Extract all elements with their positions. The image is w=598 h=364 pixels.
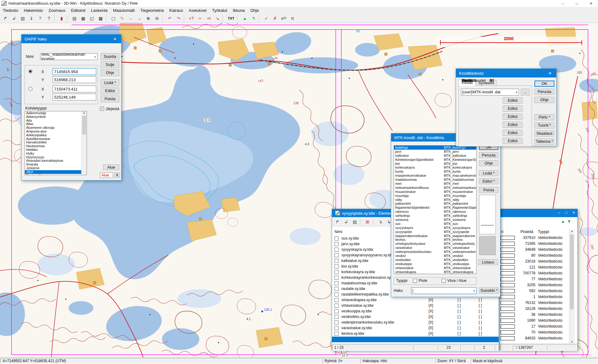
file-checkbox[interactable] — [335, 253, 339, 257]
code-pair-row[interactable]: muuntajaMTK_muuntaja — [394, 194, 476, 198]
maximize-button[interactable]: □ — [570, 0, 584, 7]
copy-element-icon[interactable]: ↴ — [376, 218, 384, 226]
menu-item[interactable]: Laskenta — [88, 7, 110, 14]
code-pair-row[interactable]: syvyyspisteMTK_syvyyspiste — [394, 230, 476, 234]
list-item[interactable]: Jyrkänne — [25, 166, 82, 170]
code-pair-row[interactable]: RajamerkinSijaintitiedotMTK_RajamerkinSi… — [394, 206, 476, 210]
menu-item[interactable]: Työkalut — [209, 7, 230, 14]
minimize-button[interactable]: – — [555, 209, 562, 216]
import-element-icon[interactable]: ▨ — [351, 218, 359, 226]
file-checkbox[interactable] — [335, 326, 339, 330]
file-checkbox[interactable] — [335, 281, 339, 285]
code-pair-row[interactable]: suoMTK_suo — [394, 222, 476, 226]
code-pair-row[interactable]: metsamaankasvillisuusMTK_metsamaankasv — [394, 186, 476, 190]
file-checkbox[interactable] — [335, 320, 339, 324]
code-pair-row[interactable]: kiviMTK_kivi — [394, 162, 476, 166]
close-button[interactable]: ✕ — [584, 0, 598, 7]
hatch-window-icon[interactable]: ▩ — [97, 14, 105, 22]
file-checkbox[interactable] — [335, 292, 339, 296]
table-row[interactable]: 592 Vektoritiedosto — [500, 288, 569, 294]
y2-field[interactable]: 525246.149 — [53, 94, 96, 100]
editoi-button[interactable]: Editoi * — [479, 178, 498, 184]
code-pair-row[interactable]: sahkolinjaMTK_sahkolinja — [394, 214, 476, 218]
editoi-button[interactable]: Editoi — [101, 87, 119, 94]
menu-item[interactable]: Asetukset — [186, 7, 209, 14]
kohdetyyppi-listbox[interactable]: AallonmurtajaAidansymboliAitaAllasAlueme… — [25, 111, 87, 175]
code-pair-row[interactable]: vesikivikkoMTK_vesikivikko — [394, 258, 476, 262]
file-row[interactable]: syvyyspiste.xy.tdw [X] [ ] [ ] — [332, 337, 499, 342]
column-ri[interactable]: ri — [501, 230, 503, 234]
toolbar-icon[interactable] — [259, 15, 261, 22]
viiva-checkbox[interactable] — [442, 279, 446, 283]
file-info-icon[interactable]: ? — [36, 14, 44, 22]
write-file-icon[interactable]: ↲ — [10, 14, 18, 22]
table-row[interactable]: 80 Vektoritiedosto — [500, 253, 569, 259]
table-row[interactable]: 77 Vektoritiedosto — [500, 277, 569, 282]
oapif-titlebar[interactable]: OAPIF haku ✕ — [21, 35, 121, 43]
query-point-icon[interactable]: +? — [187, 14, 195, 22]
red-file-icon[interactable]: ▮ — [58, 14, 66, 22]
table-row[interactable]: 34849 Vektoritiedosto — [500, 247, 569, 253]
table-row[interactable]: 76132 Vektoritiedosto — [500, 300, 569, 306]
file-checkbox[interactable] — [335, 332, 339, 336]
zoom-pen-icon[interactable]: ✎ — [118, 14, 126, 22]
editoi-koodit-button[interactable]: Editoi — [503, 130, 523, 136]
x1-field[interactable]: 7145815.954 — [53, 68, 96, 75]
scrollbar[interactable]: ▲ — [81, 111, 87, 175]
peruuta-button[interactable]: Peruuta — [534, 89, 554, 95]
listaus-button[interactable]: Listaus — [478, 259, 498, 265]
file-checkbox[interactable] — [335, 236, 339, 240]
jarjesta-checkbox[interactable]: ✓ — [100, 107, 104, 111]
print-icon[interactable]: ▤ — [70, 14, 78, 22]
zoom-in-icon[interactable]: ⊕ — [144, 14, 152, 22]
code-pair-row[interactable]: jarviMTK_jarvi — [394, 150, 476, 154]
code-pair-row[interactable]: syvyyskayraMTK_syvyyskayra — [394, 226, 476, 230]
table-row[interactable]: 36 Vektoritiedosto — [500, 312, 569, 318]
code-pair-row[interactable]: kallioalueMTK_kallioalue — [394, 154, 476, 158]
table-row[interactable]: 70 Vektoritiedosto — [500, 330, 569, 336]
file-row[interactable]: virtavesialue.xy.tdw [X] [ ] [ ] — [332, 303, 499, 309]
skaalaus-button[interactable]: Skaalaus — [534, 130, 554, 137]
list-item[interactable]: Kaatopaikka — [25, 174, 82, 175]
lisaa-button[interactable]: Lisää * — [101, 79, 119, 86]
file-checkbox[interactable] — [335, 259, 339, 263]
table-row[interactable]: 1690 Vektoritiedosto — [500, 318, 569, 324]
redo-icon[interactable]: ↷ — [174, 14, 183, 22]
alue-clear-button[interactable]: X — [114, 172, 120, 178]
table-row[interactable]: 700778 Vektoritiedosto — [500, 271, 569, 277]
table-row[interactable]: 121 Vektoritiedosto — [500, 265, 569, 271]
y1-field[interactable]: 516968.213 — [53, 76, 96, 83]
move-up-icon[interactable]: ▲ — [561, 219, 565, 224]
suorita-button[interactable]: Suorita — [101, 53, 119, 60]
menu-item[interactable]: Ikkuna — [230, 7, 247, 14]
piirto-button[interactable]: Piirto * — [534, 114, 554, 120]
file-row[interactable]: varastoalue.xy.tdw [X] [ ] [ ] — [332, 325, 499, 331]
toolbar-icon[interactable] — [360, 218, 362, 226]
pi-icon[interactable]: π — [288, 14, 297, 22]
add-element-icon[interactable]: ⊞ — [363, 218, 372, 226]
code-pair-row[interactable]: tieviivaMTK_tieviiva — [394, 238, 476, 242]
column-pisteita[interactable]: Pisteitä — [520, 230, 533, 234]
code-pair-row[interactable]: maatalousmaaMTK_maatalousmaa — [394, 178, 476, 182]
undo-icon[interactable]: ↶ — [166, 14, 174, 22]
piste-checkbox[interactable] — [413, 279, 417, 283]
file-row[interactable]: vesikuoppa.xy.tdw [X] [ ] [ ] — [332, 309, 499, 314]
file-checkbox[interactable] — [335, 276, 339, 280]
file-checkbox[interactable] — [335, 242, 339, 246]
code-pair-row[interactable]: KiinteistorajanSijaintitiedotMTK_Kiintei… — [394, 158, 476, 162]
close-icon[interactable]: ✕ — [544, 71, 556, 76]
close-icon[interactable]: ✕ — [109, 37, 121, 41]
table-row[interactable]: 1 Vektoritiedosto — [500, 294, 569, 300]
editoi-pinnat-button[interactable]: Editoi — [503, 122, 523, 128]
toolbar-icon[interactable] — [223, 15, 225, 22]
write-element-icon[interactable]: ↲ — [342, 218, 350, 226]
close-button[interactable]: ✕ — [570, 209, 577, 216]
minimize-button[interactable]: – — [556, 0, 570, 7]
help-file-icon[interactable]: ? — [45, 14, 53, 22]
ohje-button[interactable]: Ohje — [479, 160, 498, 166]
toolbar-icon[interactable] — [237, 15, 240, 22]
save-file-icon[interactable]: ⇓ — [27, 14, 36, 22]
file-checkbox[interactable] — [335, 315, 339, 319]
menu-item[interactable]: Editointi — [68, 7, 88, 14]
haku-input[interactable]: |∨ — [411, 287, 477, 294]
